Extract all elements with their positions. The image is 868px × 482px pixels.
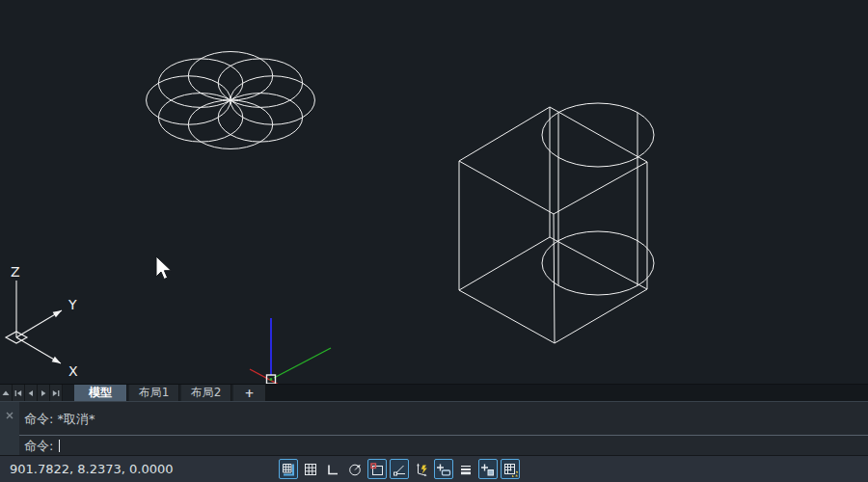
dynamic-ucs-icon [414, 462, 429, 477]
tab-prev-button[interactable] [25, 385, 38, 401]
svg-text:Y: Y [68, 297, 77, 312]
grid-display-icon [281, 462, 296, 477]
cad-canvas[interactable]: ZYX [0, 0, 868, 384]
tab-model[interactable]: 模型 [74, 385, 127, 401]
lineweight-toggle[interactable] [456, 459, 475, 479]
annotation-scale-icon [502, 462, 518, 477]
polar-tracking-toggle[interactable] [345, 459, 365, 479]
dynamic-input-toggle[interactable] [434, 459, 453, 479]
polar-tracking-icon [347, 462, 363, 477]
command-input-line[interactable]: 命令: [19, 436, 868, 455]
svg-text:Z: Z [11, 264, 20, 280]
tab-next-button[interactable] [38, 385, 50, 401]
ortho-mode-toggle[interactable] [323, 459, 342, 479]
quick-properties-toggle[interactable] [478, 459, 498, 479]
first-tab-icon [14, 388, 23, 398]
svg-text:X: X [68, 363, 78, 379]
command-content: 命令: *取消* 命令: [19, 402, 868, 455]
ortho-mode-icon [325, 462, 340, 477]
tab-layout2[interactable]: 布局2 [181, 385, 231, 401]
tab-last-button[interactable] [50, 385, 63, 401]
cube-wireframe [459, 107, 647, 343]
close-command-icon[interactable] [5, 411, 14, 420]
object-snap-tracking-icon [392, 462, 407, 477]
object-snap-icon [369, 462, 385, 477]
tab-scroll-up-button[interactable] [0, 385, 13, 401]
command-prompt-label: 命令: [24, 437, 53, 455]
object-snap-tracking-toggle[interactable] [390, 459, 409, 479]
next-tab-icon [39, 388, 48, 398]
tab-first-button[interactable] [13, 385, 25, 401]
rosette-circles [111, 32, 349, 170]
mouse-cursor-icon [156, 256, 171, 280]
dynamic-ucs-toggle[interactable] [412, 459, 431, 479]
scroll-up-icon [1, 388, 11, 398]
tab-layout1[interactable]: 布局1 [129, 385, 179, 401]
prev-tab-icon [26, 388, 36, 398]
tab-bar-filler [266, 385, 868, 401]
object-snap-toggle[interactable] [367, 459, 387, 479]
ucs-origin-tripod [250, 318, 331, 384]
text-caret [59, 440, 60, 452]
cylinder-wireframe [542, 103, 654, 295]
snap-mode-icon [303, 462, 318, 477]
status-bar: 901.7822, 8.2373, 0.0000 [0, 455, 868, 482]
command-line-panel: 命令: *取消* 命令: [0, 401, 868, 455]
add-layout-button[interactable]: + [233, 385, 266, 401]
quick-properties-icon [480, 462, 496, 477]
drawing-viewport[interactable]: ZYX [0, 0, 868, 384]
command-panel-gutter [0, 402, 19, 455]
annotation-scale-toggle[interactable] [501, 459, 520, 479]
grid-display-toggle[interactable] [279, 459, 298, 479]
ucs-icon: ZYX [6, 264, 78, 379]
dynamic-input-icon [436, 462, 451, 477]
command-history-line: 命令: *取消* [19, 402, 868, 436]
last-tab-icon [51, 388, 61, 398]
coordinates-readout: 901.7822, 8.2373, 0.0000 [10, 456, 174, 482]
layout-tab-bar: 模型 布局1 布局2 + [0, 384, 868, 401]
status-toggle-group [279, 459, 520, 479]
snap-mode-toggle[interactable] [301, 459, 320, 479]
lineweight-icon [458, 462, 474, 477]
